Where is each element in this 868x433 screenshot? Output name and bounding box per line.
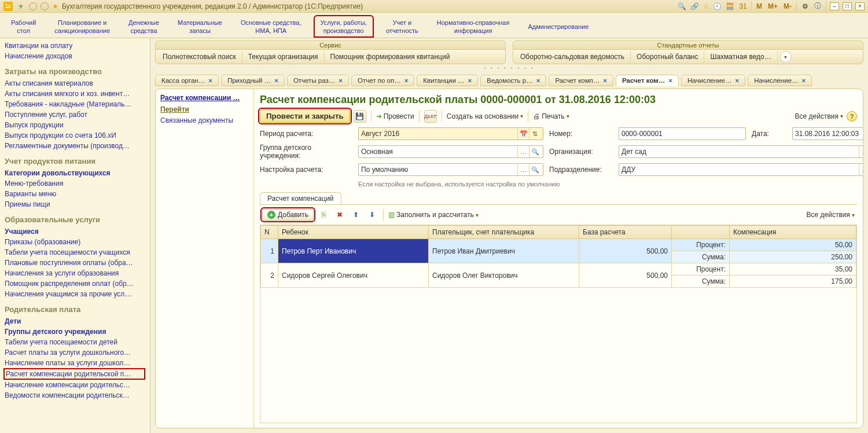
dt-kt-icon[interactable]: ДᴋКᴛ (424, 110, 437, 123)
cmd-button[interactable]: Оборотно-сальдовая ведомость (514, 51, 631, 63)
nav-fwd-icon[interactable] (41, 2, 49, 10)
section-tab-2[interactable]: Денежныесредства (122, 15, 165, 38)
sidebar-item[interactable]: Квитанции на оплату (5, 41, 145, 51)
section-tab-6[interactable]: Учет иотчетность (380, 15, 425, 38)
sidebar-item[interactable]: Начисление компенсации родительс… (5, 380, 145, 390)
section-tab-1[interactable]: Планирование исанкционирование (48, 15, 116, 38)
sidebar-item[interactable]: Группы детского учреждения (5, 326, 145, 337)
favorite-icon[interactable]: ★ (52, 2, 58, 10)
memory-mminus-button[interactable]: M- (782, 2, 793, 10)
close-icon[interactable]: × (536, 77, 540, 84)
favorites-list-icon[interactable]: ☆ (703, 2, 709, 10)
history-icon[interactable]: 🕘 (713, 2, 722, 11)
section-tab-0[interactable]: Рабочийстол (5, 15, 42, 38)
close-icon[interactable]: × (274, 77, 278, 84)
close-icon[interactable]: × (339, 77, 343, 84)
post-and-close-button[interactable]: Провести и закрыть (260, 109, 350, 123)
calc-icon[interactable]: 🧮 (726, 2, 735, 11)
minimize-button[interactable]: – (830, 2, 839, 10)
sidebar-item[interactable]: Расчет платы за услуги дошкольного… (5, 347, 145, 358)
period-updown-icon[interactable]: ⇅ (529, 128, 540, 140)
section-tab-8[interactable]: Администрирование (521, 15, 595, 38)
sidebar-item[interactable]: Категории довольствующихся (5, 168, 145, 178)
sidebar-item[interactable]: Приказы (образование) (5, 237, 145, 247)
nav-dropdown-icon[interactable]: ▾ (16, 2, 25, 11)
setting-select-icon[interactable]: … (517, 164, 529, 175)
settings-icon[interactable]: ⚙ (800, 2, 810, 11)
move-down-icon[interactable]: ⬇ (366, 208, 378, 221)
sidebar-item[interactable]: Поступление услуг, работ (5, 109, 145, 120)
col-comp[interactable]: Компенсация (730, 226, 856, 239)
dept-input[interactable]: ДДУ …🔍 (619, 163, 863, 176)
sidebar-item[interactable]: Дети (5, 316, 145, 326)
doc-tab[interactable]: Расчет комп…× (549, 75, 613, 86)
cmd-more-icon[interactable]: ▾ (780, 51, 792, 63)
delete-row-icon[interactable]: ✖ (333, 208, 346, 221)
create-based-button[interactable]: Создать на основании (447, 112, 524, 120)
setting-open-icon[interactable]: 🔍 (529, 164, 540, 175)
print-button[interactable]: 🖨 Печать (533, 112, 569, 120)
col-n[interactable]: N (261, 226, 278, 239)
tab-compensation[interactable]: Расчет компенсаций (260, 192, 341, 204)
doc-tab[interactable]: Ведомость р…× (480, 75, 546, 86)
table-row[interactable]: 1Петров Перт ИвановичПетров Иван Дмитрие… (261, 239, 856, 251)
sidebar-item[interactable]: Меню-требования (5, 178, 145, 189)
period-input[interactable]: Август 2016 📅⇅ (358, 127, 543, 140)
section-tab-5[interactable]: Услуги, работы,производство (314, 15, 374, 38)
close-icon[interactable]: × (603, 77, 607, 84)
doc-tab[interactable]: Отчеты раз…× (287, 75, 349, 86)
memory-mplus-button[interactable]: M+ (767, 2, 779, 10)
doc-tab[interactable]: Квитанции …× (417, 75, 478, 86)
sidebar-item[interactable]: Начисления за услуги образования (5, 268, 145, 278)
group-input[interactable]: Основная …🔍 (358, 145, 543, 158)
setting-input[interactable]: По умолчанию …🔍 (358, 163, 543, 176)
doc-tab[interactable]: Приходный …× (221, 75, 285, 86)
number-input[interactable]: 0000-000001 (619, 127, 746, 140)
move-up-icon[interactable]: ⬆ (350, 208, 362, 221)
org-input[interactable]: Дет сад …🔍 (619, 145, 863, 158)
sidebar-item[interactable]: Расчет компенсации родительской п… (3, 368, 145, 380)
close-icon[interactable]: × (802, 77, 806, 84)
cmd-button[interactable]: Текущая организация (242, 51, 325, 63)
sidebar-item[interactable]: Требования - накладные (Материаль… (5, 99, 145, 109)
sidebar-item[interactable]: Помощник распределения оплат (обр… (5, 278, 145, 289)
sidebar-item[interactable]: Учащиеся (5, 226, 145, 237)
post-button[interactable]: ➜Провести (376, 112, 414, 120)
close-icon[interactable]: × (404, 77, 409, 84)
doc-tab[interactable]: Отчет по оп…× (351, 75, 414, 86)
group-select-icon[interactable]: … (517, 146, 529, 157)
close-icon[interactable]: × (208, 77, 212, 84)
sidebar-item[interactable]: Акты списания мягкого и хоз. инвент… (5, 89, 145, 99)
cmd-button[interactable]: Помощник формирования квитанций (325, 51, 456, 63)
help-icon[interactable]: ? (847, 111, 857, 122)
link-icon[interactable]: 🔗 (690, 2, 700, 11)
splitter[interactable]: • • • • • • • • (150, 64, 868, 72)
doc-side-link[interactable]: Связанные документы (160, 115, 249, 126)
calendar-picker-icon[interactable]: 📅 (517, 128, 529, 140)
sidebar-item[interactable]: Табели учета посещаемости учащихся (5, 247, 145, 258)
col-payer[interactable]: Плательщик, счет плательщика (429, 226, 579, 239)
cmd-button[interactable]: Шахматная ведо… (704, 51, 777, 63)
section-tab-3[interactable]: Материальныезапасы (171, 15, 229, 38)
doc-tab[interactable]: Начисление…× (681, 75, 745, 86)
copy-row-icon[interactable]: ⎘ (317, 208, 330, 221)
nav-back-icon[interactable] (29, 2, 37, 10)
fill-calc-button[interactable]: ▥ Заполнить и рассчитать (388, 211, 479, 219)
col-child[interactable]: Ребенок (278, 226, 429, 239)
doc-tab[interactable]: Расчет ком…× (616, 75, 679, 86)
sidebar-item[interactable]: Выпуск продукции со счета 106.хИ (5, 130, 145, 141)
sidebar-item[interactable]: Регламентные документы (производ… (5, 141, 145, 151)
sidebar-item[interactable]: Начисление доходов (5, 51, 145, 61)
doc-tab[interactable]: Начисление…× (748, 75, 812, 86)
sidebar-item[interactable]: Приемы пищи (5, 199, 145, 210)
doc-side-current[interactable]: Расчет компенсации … (160, 94, 249, 102)
maximize-button[interactable]: □ (843, 2, 852, 10)
sidebar-item[interactable]: Начисление платы за услуги дошкол… (5, 358, 145, 368)
close-icon[interactable]: × (735, 77, 739, 84)
table-row[interactable]: 2Сидоров Сергей ОлеговичСидоров Олег Вик… (261, 263, 856, 276)
close-button[interactable]: × (855, 2, 865, 10)
close-icon[interactable]: × (668, 77, 672, 84)
sidebar-item[interactable]: Начисления учащимся за прочие усл… (5, 289, 145, 299)
search-icon[interactable]: 🔍 (678, 2, 687, 11)
date-input[interactable]: 31.08.2016 12:00:03 📅 (792, 127, 863, 140)
